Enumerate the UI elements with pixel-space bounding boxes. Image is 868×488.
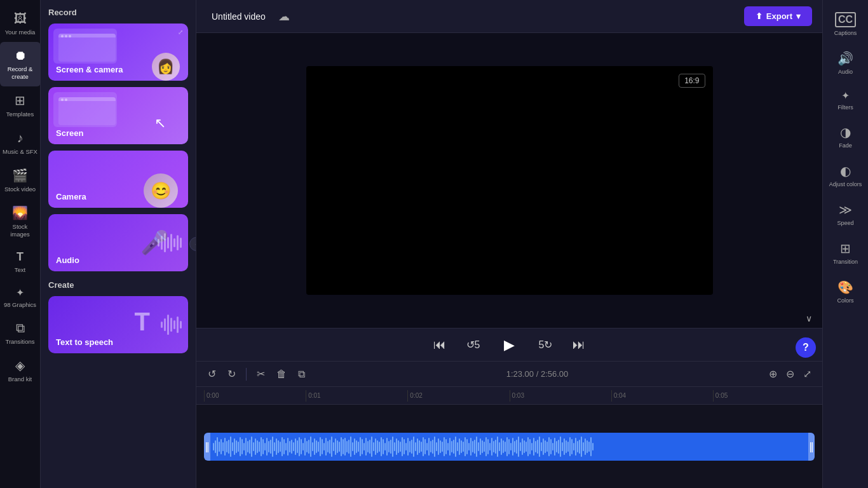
waveform-bar-137 <box>474 440 475 454</box>
waveform-bar-57 <box>322 439 323 454</box>
right-tool-adjust-colors[interactable]: ◐ Adjust colors <box>824 157 867 194</box>
redo-button[interactable]: ↻ <box>224 365 240 383</box>
forward-5s-button[interactable]: 5↻ <box>536 336 555 353</box>
waveform-bar-145 <box>489 443 491 451</box>
zoom-in-button[interactable]: ⊕ <box>766 367 780 381</box>
screen-card[interactable]: ↖ Screen <box>48 87 188 144</box>
waveform-bar-90 <box>384 443 386 451</box>
sidebar-item-music-sfx[interactable]: ♪ Music & SFX <box>0 125 41 161</box>
waveform-bar-143 <box>485 437 487 456</box>
screen-camera-card[interactable]: ⤢ 👩 Screen & camera <box>48 24 188 81</box>
sidebar-item-your-media[interactable]: 🖼 Your media <box>0 5 41 42</box>
waveform-bar-114 <box>430 441 431 452</box>
sidebar-item-stock-images[interactable]: 🌄 Stock images <box>0 199 41 244</box>
toolbar-divider-1 <box>246 368 247 381</box>
right-tool-captions[interactable]: CC Captions <box>824 6 867 43</box>
skip-to-start-button[interactable]: ⏮ <box>431 335 449 355</box>
wb8 <box>180 238 182 248</box>
track-handle-right[interactable]: ‖ <box>808 433 815 461</box>
waveform-bar-109 <box>421 442 422 452</box>
panel-collapse-btn[interactable]: ‹ <box>189 237 196 251</box>
track-handle-left[interactable]: ‖ <box>204 433 210 461</box>
screen-label: Screen <box>56 128 83 138</box>
waveform-bar-83 <box>371 437 372 457</box>
waveform-bar-85 <box>375 438 376 455</box>
waveform-bar-138 <box>476 437 477 457</box>
right-tool-fade[interactable]: ◑ Fade <box>824 118 867 156</box>
camera-person: 😊 <box>139 154 183 208</box>
captions-label: Captions <box>834 30 857 37</box>
waveform-bar-95 <box>394 442 395 451</box>
timeline-toolbar: ↺ ↻ ✂ 🗑 ⧉ 1:23.00 / 2:56.00 ⊕ ⊖ ⤢ <box>196 362 822 387</box>
sidebar-item-record-create[interactable]: ⏺ Record & create <box>0 42 41 86</box>
waveform-bar-0 <box>213 443 214 451</box>
camera-card[interactable]: 😊 Camera <box>48 151 188 208</box>
right-tool-filters[interactable]: ✦ Filters <box>824 83 867 118</box>
export-button[interactable]: ⬆ Export ▾ <box>744 6 812 26</box>
waveform-bar-97 <box>398 440 399 453</box>
waveform-bar-23 <box>257 440 258 453</box>
waveform-bar-160 <box>518 437 519 457</box>
sidebar-item-text[interactable]: T Text <box>0 244 41 280</box>
waveform-bar-128 <box>457 442 458 451</box>
waveform-bar-96 <box>396 438 397 455</box>
waveform-bar-42 <box>293 442 294 451</box>
waveform-bar-134 <box>468 443 470 451</box>
waveform-bar-64 <box>335 438 336 455</box>
waveform-bar-123 <box>447 443 449 451</box>
undo-button[interactable]: ↺ <box>204 365 220 383</box>
sidebar-label-text: Text <box>15 266 25 273</box>
video-canvas: 16:9 <box>306 66 713 295</box>
sidebar-item-brand-kit[interactable]: ◈ Brand kit <box>0 351 41 389</box>
waveform-bar-135 <box>470 438 471 456</box>
waveform-bar-29 <box>268 441 269 452</box>
tts-card[interactable]: T Text to speech <box>48 296 188 353</box>
timeline-area: ↺ ↻ ✂ 🗑 ⧉ 1:23.00 / 2:56.00 ⊕ ⊖ ⤢ 0:00 0… <box>196 361 822 488</box>
waveform-bar-186 <box>567 442 569 452</box>
cut-button[interactable]: ✂ <box>253 365 269 383</box>
sidebar-item-stock-video[interactable]: 🎬 Stock video <box>0 161 41 199</box>
delete-button[interactable]: 🗑 <box>273 366 290 383</box>
help-bubble[interactable]: ? <box>796 337 816 358</box>
waveform-bar-193 <box>581 437 582 457</box>
sidebar-label-templates: Templates <box>6 111 34 118</box>
fit-to-window-button[interactable]: ⤢ <box>800 367 815 381</box>
right-tool-speed[interactable]: ≫ Speed <box>824 196 867 233</box>
right-tool-colors[interactable]: 🎨 Colors <box>824 273 867 311</box>
waveform-bar-103 <box>409 441 410 452</box>
waveform-bar-171 <box>539 437 540 457</box>
audio-card[interactable]: 🎤 Audio <box>48 214 188 271</box>
ruler-mark-3: 0:03 <box>510 390 611 402</box>
waveform-bar-154 <box>506 437 508 456</box>
filters-label: Filters <box>837 104 853 111</box>
sidebar-item-transitions[interactable]: ⧉ Transitions <box>0 315 41 351</box>
sidebar-item-templates[interactable]: ⊞ Templates <box>0 86 41 124</box>
waveform-bar-39 <box>287 438 288 456</box>
timeline-minimize-btn[interactable]: ∨ <box>806 313 812 324</box>
screen-window <box>58 97 116 125</box>
copy-button[interactable]: ⧉ <box>294 366 309 383</box>
sidebar-label-stock-images: Stock images <box>3 223 38 238</box>
cloud-save-icon[interactable]: ☁ <box>278 10 290 24</box>
left-sidebar: 🖼 Your media ⏺ Record & create ⊞ Templat… <box>0 0 41 488</box>
waveform-bar-93 <box>390 440 391 454</box>
sidebar-item-graphics[interactable]: ✦ 98 Graphics <box>0 280 41 315</box>
waveform-bar-124 <box>449 438 451 456</box>
waveform-bar-117 <box>436 442 437 451</box>
waveform-bar-8 <box>228 440 229 454</box>
right-tool-transition[interactable]: ⊞ Transition <box>824 234 867 272</box>
right-tool-audio[interactable]: 🔊 Audio <box>824 44 867 82</box>
waveform-bar-82 <box>369 440 370 454</box>
skip-to-end-button[interactable]: ⏭ <box>570 335 588 355</box>
waveform-bar-25 <box>261 437 262 456</box>
right-sidebar: CC Captions 🔊 Audio ✦ Filters ◑ Fade ◐ A… <box>822 0 868 488</box>
waveform-bar-9 <box>230 437 231 457</box>
rewind-5s-button[interactable]: ↺5 <box>464 336 483 353</box>
audio-track[interactable]: ‖ ‖ <box>204 433 815 461</box>
waveform-bar-28 <box>266 438 268 456</box>
project-title[interactable]: Untitled video <box>207 9 271 24</box>
play-pause-button[interactable]: ▶ <box>498 334 521 356</box>
dot3 <box>69 35 71 37</box>
zoom-out-button[interactable]: ⊖ <box>783 367 797 381</box>
waveform-bar-11 <box>234 438 235 455</box>
